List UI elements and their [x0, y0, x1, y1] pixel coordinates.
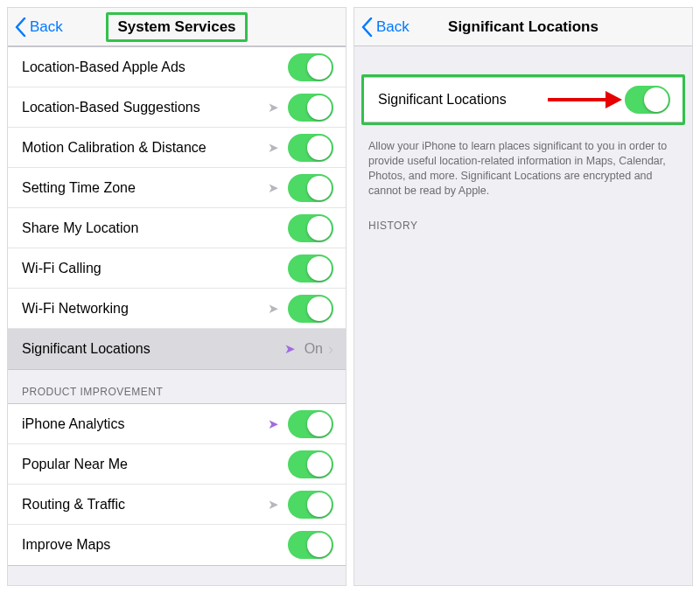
toggle[interactable] [288, 450, 333, 478]
row-label: Popular Near Me [22, 457, 288, 472]
toggle[interactable] [288, 491, 333, 519]
row-significant-locations-toggle[interactable]: Significant Locations [364, 78, 682, 122]
row-wifi-networking[interactable]: Wi-Fi Networking ➤ [8, 289, 346, 329]
toggle[interactable] [288, 214, 333, 242]
row-routing-traffic[interactable]: Routing & Traffic ➤ [8, 485, 346, 525]
row-label: Wi-Fi Calling [22, 261, 288, 276]
toggle[interactable] [288, 53, 333, 81]
toggle[interactable] [288, 255, 333, 283]
row-improve-maps[interactable]: Improve Maps [8, 525, 346, 565]
row-label: Location-Based Apple Ads [22, 59, 288, 75]
header: Back Significant Locations [354, 8, 692, 46]
location-icon: ➤ [268, 140, 279, 156]
highlighted-row: Significant Locations [361, 74, 685, 125]
row-iphone-analytics[interactable]: iPhone Analytics ➤ [8, 404, 346, 444]
row-label: iPhone Analytics [22, 416, 268, 432]
row-label: Significant Locations [378, 92, 625, 108]
toggle[interactable] [288, 94, 333, 122]
location-icon: ➤ [268, 180, 279, 196]
back-label: Back [376, 18, 410, 36]
row-label: Routing & Traffic [22, 497, 268, 513]
row-value: On [304, 341, 323, 357]
back-button[interactable]: Back [361, 8, 410, 46]
toggle[interactable] [625, 86, 670, 114]
location-icon: ➤ [268, 100, 279, 115]
row-location-based-apple-ads[interactable]: Location-Based Apple Ads [8, 47, 346, 87]
toggle[interactable] [288, 134, 333, 162]
row-location-based-suggestions[interactable]: Location-Based Suggestions ➤ [8, 87, 346, 128]
page-title: System Services [106, 12, 247, 42]
location-icon: ➤ [268, 301, 279, 317]
significant-locations-panel: Back Significant Locations Significant L… [354, 7, 693, 586]
location-icon: ➤ [268, 416, 279, 432]
row-label: Improve Maps [22, 537, 288, 553]
location-icon: ➤ [284, 341, 296, 357]
improvement-list: iPhone Analytics ➤ Popular Near Me Routi… [8, 403, 346, 566]
toggle[interactable] [288, 295, 333, 323]
chevron-left-icon [15, 17, 26, 37]
toggle[interactable] [288, 410, 333, 438]
footer-note: Allow your iPhone to learn places signif… [354, 132, 692, 204]
row-popular-near-me[interactable]: Popular Near Me [8, 444, 346, 485]
row-wifi-calling[interactable]: Wi-Fi Calling [8, 248, 346, 289]
section-history: HISTORY [354, 204, 692, 237]
row-label: Wi-Fi Networking [22, 301, 268, 317]
toggle[interactable] [288, 531, 333, 559]
row-label: Location-Based Suggestions [22, 100, 268, 115]
back-label: Back [30, 18, 63, 36]
row-share-my-location[interactable]: Share My Location [8, 208, 346, 248]
header: Back System Services [8, 8, 346, 46]
row-significant-locations[interactable]: Significant Locations ➤ On › [8, 329, 346, 369]
location-icon: ➤ [268, 497, 279, 513]
chevron-left-icon [361, 17, 373, 37]
row-label: Setting Time Zone [22, 180, 268, 196]
row-label: Share My Location [22, 220, 288, 236]
system-services-panel: Back System Services Location-Based Appl… [7, 7, 346, 586]
page-title: Significant Locations [439, 15, 607, 39]
section-product-improvement: PRODUCT IMPROVEMENT [8, 370, 346, 403]
back-button[interactable]: Back [15, 8, 63, 46]
toggle[interactable] [288, 174, 333, 202]
row-label: Motion Calibration & Distance [22, 140, 268, 156]
chevron-right-icon: › [328, 340, 333, 359]
row-label: Significant Locations [22, 341, 284, 357]
services-list: Location-Based Apple Ads Location-Based … [8, 46, 346, 370]
row-setting-time-zone[interactable]: Setting Time Zone ➤ [8, 168, 346, 208]
row-motion-calibration[interactable]: Motion Calibration & Distance ➤ [8, 128, 346, 168]
